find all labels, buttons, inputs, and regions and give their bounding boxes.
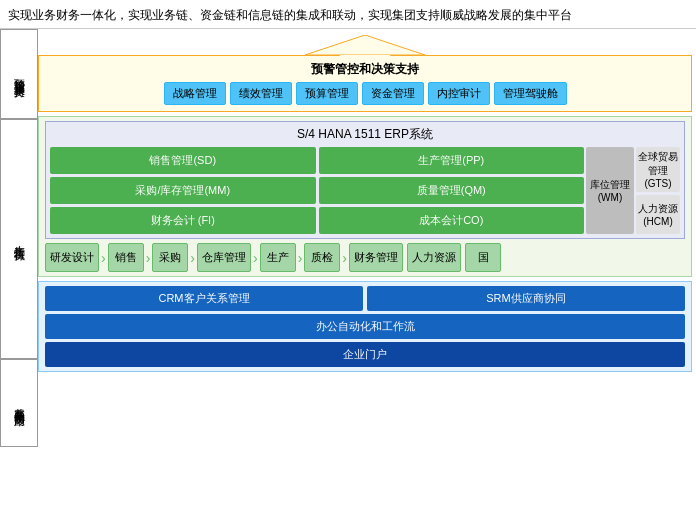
erp-far-hcm[interactable]: 人力资源(HCM) xyxy=(636,195,680,234)
process-item-warehouse[interactable]: 仓库管理 xyxy=(197,243,251,272)
left-label-shared: 共享服务和协同应用 xyxy=(0,359,38,447)
process-item-purchase[interactable]: 采购 xyxy=(152,243,188,272)
process-item-qc[interactable]: 质检 xyxy=(304,243,340,272)
erp-main-grid: 销售管理(SD) 生产管理(PP) 采购/库存管理(MM) 质量管理(QM) 财… xyxy=(50,147,584,234)
erp-row-1: 销售管理(SD) 生产管理(PP) xyxy=(50,147,584,174)
process-flow: 研发设计 › 销售 › 采购 › 仓库管理 › 生产 › 质检 › 财务管理 人… xyxy=(45,243,685,272)
alert-btn-audit[interactable]: 内控审计 xyxy=(428,82,490,105)
shared-row-2: 办公自动化和工作流 xyxy=(45,314,685,339)
alert-title: 预警管控和决策支持 xyxy=(45,61,685,78)
process-item-rd[interactable]: 研发设计 xyxy=(45,243,99,272)
top-section: 实现业务财务一体化，实现业务链、资金链和信息链的集成和联动，实现集团支持顺威战略… xyxy=(0,0,696,29)
arrow-icon-6: › xyxy=(342,250,347,266)
arrow-icon-4: › xyxy=(253,250,258,266)
erp-side-wm[interactable]: 库位管理(WM) xyxy=(586,147,634,234)
alert-btn-performance[interactable]: 绩效管理 xyxy=(230,82,292,105)
erp-far-side: 全球贸易管理(GTS) 人力资源(HCM) xyxy=(636,147,680,234)
erp-box: S/4 HANA 1511 ERP系统 销售管理(SD) 生产管理(PP) 采购… xyxy=(45,121,685,239)
arrow-icon-3: › xyxy=(190,250,195,266)
erp-cell-fi[interactable]: 财务会计 (FI) xyxy=(50,207,316,234)
shared-oa[interactable]: 办公自动化和工作流 xyxy=(45,314,685,339)
shared-section: CRM客户关系管理 SRM供应商协同 办公自动化和工作流 企业门户 xyxy=(38,281,692,372)
process-item-sales[interactable]: 销售 xyxy=(108,243,144,272)
arrow-icon-5: › xyxy=(298,250,303,266)
shared-row-3: 企业门户 xyxy=(45,342,685,367)
process-item-production[interactable]: 生产 xyxy=(260,243,296,272)
arrow-icon-2: › xyxy=(146,250,151,266)
erp-cell-pp[interactable]: 生产管理(PP) xyxy=(319,147,585,174)
shared-crm[interactable]: CRM客户关系管理 xyxy=(45,286,363,311)
erp-cell-sd[interactable]: 销售管理(SD) xyxy=(50,147,316,174)
left-label-alert: 预警管控和决策支持 xyxy=(0,29,38,119)
shared-portal[interactable]: 企业门户 xyxy=(45,342,685,367)
svg-marker-0 xyxy=(305,35,425,55)
alert-section-wrapper: 预警管控和决策支持 战略管理 绩效管理 预算管理 资金管理 内控审计 管理驾驶舱 xyxy=(38,35,692,112)
alert-btn-budget[interactable]: 预算管理 xyxy=(296,82,358,105)
left-labels: 预警管控和决策支持 生产运营执行 共享服务和协同应用 xyxy=(0,29,38,447)
alert-box: 预警管控和决策支持 战略管理 绩效管理 预算管理 资金管理 内控审计 管理驾驶舱 xyxy=(38,55,692,112)
alert-btn-strategy[interactable]: 战略管理 xyxy=(164,82,226,105)
erp-side: 库位管理(WM) xyxy=(586,147,634,234)
alert-btn-capital[interactable]: 资金管理 xyxy=(362,82,424,105)
erp-row-3: 财务会计 (FI) 成本会计CO) xyxy=(50,207,584,234)
arrow-icon-1: › xyxy=(101,250,106,266)
process-item-finance[interactable]: 财务管理 xyxy=(349,243,403,272)
erp-far-gts[interactable]: 全球贸易管理(GTS) xyxy=(636,147,680,192)
shared-srm[interactable]: SRM供应商协同 xyxy=(367,286,685,311)
header-text: 实现业务财务一体化，实现业务链、资金链和信息链的集成和联动，实现集团支持顺威战略… xyxy=(8,6,688,24)
process-item-hr[interactable]: 人力资源 xyxy=(407,243,461,272)
roof-triangle-icon xyxy=(305,35,425,55)
shared-row-1: CRM客户关系管理 SRM供应商协同 xyxy=(45,286,685,311)
erp-cell-qm[interactable]: 质量管理(QM) xyxy=(319,177,585,204)
erp-title: S/4 HANA 1511 ERP系统 xyxy=(50,126,680,143)
prod-section: S/4 HANA 1511 ERP系统 销售管理(SD) 生产管理(PP) 采购… xyxy=(38,116,692,277)
left-label-prod: 生产运营执行 xyxy=(0,119,38,359)
process-item-intl[interactable]: 国 xyxy=(465,243,501,272)
erp-cell-co[interactable]: 成本会计CO) xyxy=(319,207,585,234)
erp-row-2: 采购/库存管理(MM) 质量管理(QM) xyxy=(50,177,584,204)
alert-btn-dashboard[interactable]: 管理驾驶舱 xyxy=(494,82,567,105)
erp-cell-mm[interactable]: 采购/库存管理(MM) xyxy=(50,177,316,204)
alert-buttons: 战略管理 绩效管理 预算管理 资金管理 内控审计 管理驾驶舱 xyxy=(45,82,685,105)
